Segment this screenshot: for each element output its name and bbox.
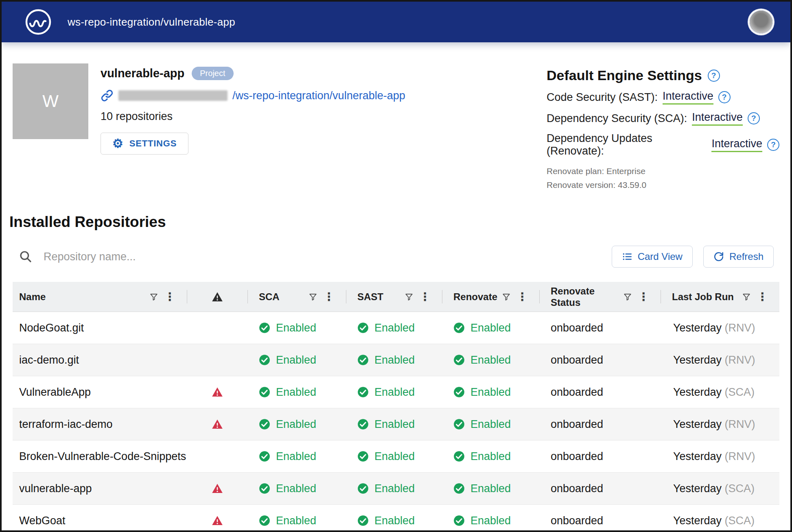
filter-icon[interactable] (404, 292, 414, 302)
engine-setting-sca: Dependency Security (SCA): Interactive ? (547, 111, 779, 126)
table-row[interactable]: NodeGoat.git Enabled Enabled Enabled onb… (13, 312, 779, 344)
gear-icon: ⚙ (112, 137, 124, 150)
renovate-status-label: Enabled (470, 322, 511, 334)
table-row[interactable]: vulnerable-app Enabled Enabled Enabled o… (13, 473, 779, 505)
kebab-menu-icon[interactable]: ⋮ (322, 290, 335, 303)
engine-setting-value[interactable]: Interactive (692, 111, 743, 126)
filter-icon[interactable] (622, 292, 633, 302)
help-icon[interactable]: ? (767, 139, 779, 151)
last-job-value: Yesterday (673, 386, 725, 398)
table-row[interactable]: VulnerableApp Enabled Enabled Enabled on… (13, 376, 779, 408)
engine-setting-value[interactable]: Interactive (663, 90, 713, 105)
renovate-status-value: onboarded (551, 515, 603, 527)
column-header-name: Name ⋮ (13, 282, 187, 312)
user-avatar[interactable] (750, 11, 772, 33)
enabled-check-icon (453, 419, 465, 430)
breadcrumb: ws-repo-integration/vulnerable-app (68, 16, 235, 28)
warning-icon (212, 419, 223, 430)
main-content: W vulnerable-app Project /ws-repo-integr… (2, 63, 790, 532)
project-badge: Project (192, 67, 233, 80)
settings-button[interactable]: ⚙ SETTINGS (101, 133, 188, 155)
top-navbar: ws-repo-integration/vulnerable-app (2, 2, 790, 42)
warning-icon (212, 483, 223, 494)
refresh-button[interactable]: Refresh (703, 246, 774, 268)
enabled-check-icon (259, 419, 270, 430)
project-header: W vulnerable-app Project /ws-repo-integr… (13, 63, 779, 190)
filter-icon[interactable] (741, 292, 752, 302)
renovate-status-value: onboarded (551, 322, 603, 334)
column-header-sast: SAST ⋮ (346, 282, 442, 312)
last-job-value: Yesterday (673, 322, 725, 334)
sca-status-label: Enabled (276, 386, 316, 399)
filter-icon[interactable] (308, 292, 318, 302)
table-row[interactable]: Broken-Vulnerable-Code-Snippets Enabled … (13, 440, 779, 473)
engine-setting-value[interactable]: Interactive (711, 137, 762, 152)
enabled-check-icon (357, 386, 369, 398)
repo-name: VulnerableApp (19, 386, 91, 398)
warning-icon (212, 515, 223, 526)
help-icon[interactable]: ? (708, 70, 720, 82)
sast-status-label: Enabled (374, 418, 415, 431)
enabled-check-icon (259, 322, 270, 334)
card-view-label: Card View (638, 251, 683, 262)
enabled-check-icon (357, 354, 369, 366)
enabled-check-icon (259, 354, 270, 366)
kebab-menu-icon[interactable]: ⋮ (163, 290, 176, 303)
table-body: NodeGoat.git Enabled Enabled Enabled onb… (13, 312, 779, 532)
sast-status-label: Enabled (374, 515, 415, 527)
table-row[interactable]: terraform-iac-demo Enabled Enabled Enabl… (13, 408, 779, 440)
repo-name: terraform-iac-demo (19, 418, 113, 430)
renovate-status-value: onboarded (551, 450, 603, 462)
link-icon (101, 89, 114, 102)
sast-status-label: Enabled (374, 354, 415, 366)
table-row[interactable]: WebGoat Enabled Enabled Enabled onboarde… (13, 505, 779, 532)
kebab-menu-icon[interactable]: ⋮ (418, 290, 431, 303)
table-row[interactable]: iac-demo.git Enabled Enabled Enabled onb… (13, 344, 779, 376)
filter-icon[interactable] (501, 292, 512, 302)
renovate-status-label: Enabled (470, 418, 511, 431)
enabled-check-icon (453, 451, 465, 462)
filter-icon[interactable] (149, 292, 159, 302)
help-icon[interactable]: ? (718, 91, 731, 103)
mend-logo-icon[interactable] (24, 8, 52, 36)
kebab-menu-icon[interactable]: ⋮ (637, 290, 650, 303)
redacted-url (118, 90, 228, 101)
search-input[interactable] (43, 250, 612, 264)
card-view-button[interactable]: Card View (612, 246, 693, 268)
kebab-menu-icon[interactable]: ⋮ (756, 290, 769, 303)
engine-setting-renovate: Dependency Updates (Renovate): Interacti… (547, 132, 779, 157)
sca-status-label: Enabled (276, 450, 316, 463)
warning-icon (212, 386, 223, 398)
column-header-warning (187, 282, 247, 312)
renovate-status-value: onboarded (551, 482, 603, 495)
section-title: Installed Repositories (9, 214, 779, 231)
sast-status-label: Enabled (374, 386, 415, 399)
project-title: vulnerable-app (101, 67, 184, 80)
enabled-check-icon (259, 386, 270, 398)
enabled-check-icon (259, 451, 270, 462)
repo-name: WebGoat (19, 515, 66, 527)
sast-status-label: Enabled (374, 322, 415, 334)
enabled-check-icon (453, 386, 465, 398)
sca-status-label: Enabled (276, 515, 316, 527)
renovate-status-value: onboarded (551, 354, 603, 366)
kebab-menu-icon[interactable]: ⋮ (516, 290, 529, 303)
sast-status-label: Enabled (374, 450, 415, 463)
repo-link[interactable]: /ws-repo-integration/vulnerable-app (232, 89, 405, 102)
column-header-sca: SCA ⋮ (247, 282, 346, 312)
repo-name: vulnerable-app (19, 482, 92, 495)
table-header-row: Name ⋮ SCA ⋮ (13, 282, 779, 312)
engine-setting-label: Code Security (SAST): (547, 91, 658, 104)
enabled-check-icon (259, 515, 270, 526)
sca-status-label: Enabled (276, 322, 316, 334)
help-icon[interactable]: ? (748, 112, 760, 124)
refresh-icon (713, 251, 724, 262)
project-avatar: W (13, 63, 88, 139)
repo-name: NodeGoat.git (19, 322, 84, 334)
last-job-tag: (RNV) (725, 450, 755, 462)
project-avatar-letter: W (42, 92, 59, 111)
enabled-check-icon (357, 515, 369, 526)
repo-count: 10 repositories (101, 110, 405, 123)
repositories-toolbar: Card View Refresh (13, 244, 779, 270)
repo-name: iac-demo.git (19, 354, 79, 366)
